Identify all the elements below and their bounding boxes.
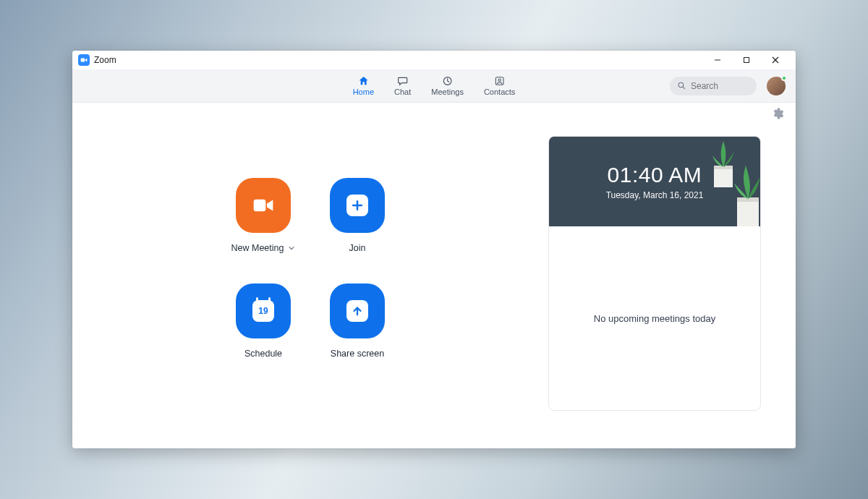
new-meeting-label-row[interactable]: New Meeting <box>231 243 296 253</box>
video-icon <box>249 191 278 220</box>
search-input[interactable] <box>691 81 749 91</box>
svg-point-7 <box>498 79 501 81</box>
minimize-button[interactable] <box>703 51 732 69</box>
upcoming-card: 01:40 AM Tuesday, March 16, 2021 No upco… <box>548 136 761 411</box>
no-meetings-message: No upcoming meetings today <box>594 313 715 324</box>
home-icon <box>357 75 370 87</box>
clock-icon <box>441 75 454 87</box>
svg-rect-10 <box>254 200 266 212</box>
join-button[interactable] <box>330 178 385 233</box>
presence-indicator <box>781 75 787 81</box>
action-label: Join <box>349 243 366 253</box>
sub-toolbar <box>72 103 796 124</box>
tab-home[interactable]: Home <box>353 75 374 96</box>
new-meeting-action: New Meeting <box>216 178 310 279</box>
content-area: New Meeting Join <box>72 124 796 448</box>
chevron-down-icon <box>288 244 295 252</box>
action-label: Share screen <box>331 349 384 359</box>
tab-label: Chat <box>394 88 411 96</box>
schedule-action: 19 Schedule <box>216 283 310 385</box>
schedule-button[interactable]: 19 <box>236 283 291 338</box>
contacts-icon <box>493 75 506 87</box>
join-action: Join <box>310 178 404 279</box>
tab-label: Contacts <box>484 88 515 96</box>
tab-label: Home <box>353 88 374 96</box>
arrow-up-icon <box>346 300 368 322</box>
maximize-button[interactable] <box>732 51 761 69</box>
close-button[interactable] <box>761 51 790 69</box>
avatar[interactable] <box>767 77 786 95</box>
plus-icon <box>346 195 368 216</box>
card-header: 01:40 AM Tuesday, March 16, 2021 <box>549 137 760 226</box>
tab-contacts[interactable]: Contacts <box>484 75 515 96</box>
zoom-app-icon <box>78 54 90 66</box>
new-meeting-button[interactable] <box>236 178 291 233</box>
svg-point-8 <box>678 82 684 88</box>
calendar-icon: 19 <box>252 300 274 322</box>
tab-label: Meetings <box>431 88 464 96</box>
svg-rect-2 <box>744 58 749 63</box>
window-title: Zoom <box>94 55 116 65</box>
nav-right <box>670 77 796 95</box>
tab-meetings[interactable]: Meetings <box>431 75 464 96</box>
nav-tabs: Home Chat Meetings Contacts <box>353 75 516 96</box>
actions-area: New Meeting Join <box>107 132 514 431</box>
calendar-day: 19 <box>258 306 268 316</box>
search-icon <box>677 81 686 90</box>
titlebar: Zoom <box>72 51 796 69</box>
tab-chat[interactable]: Chat <box>394 75 411 96</box>
search-box[interactable] <box>670 77 757 95</box>
card-body: No upcoming meetings today <box>549 226 760 410</box>
svg-line-9 <box>683 87 685 89</box>
gear-icon[interactable] <box>771 107 784 120</box>
clock-time: 01:40 AM <box>608 163 702 187</box>
share-screen-button[interactable] <box>330 283 385 338</box>
action-grid: New Meeting Join <box>216 178 404 385</box>
clock-date: Tuesday, March 16, 2021 <box>606 190 704 200</box>
action-label: Schedule <box>244 349 282 359</box>
window-controls <box>703 51 790 69</box>
plant-illustration <box>710 137 760 226</box>
chat-icon <box>396 75 409 87</box>
action-label: New Meeting <box>231 243 284 253</box>
top-nav: Home Chat Meetings Contacts <box>72 69 796 103</box>
svg-rect-0 <box>81 59 85 62</box>
app-window: Zoom Home Chat <box>72 51 796 448</box>
share-screen-action: Share screen <box>310 283 404 385</box>
